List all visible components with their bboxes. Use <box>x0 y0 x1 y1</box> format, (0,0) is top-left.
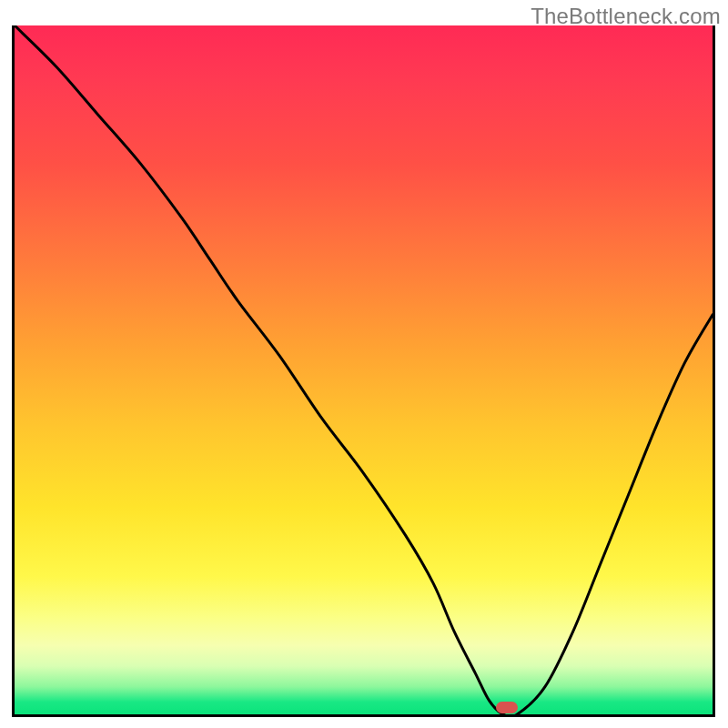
plot-area <box>12 25 715 717</box>
bottleneck-curve <box>15 25 713 714</box>
chart-stage: TheBottleneck.com <box>0 0 728 728</box>
optimal-point-marker <box>496 702 518 713</box>
watermark-label: TheBottleneck.com <box>531 4 721 29</box>
